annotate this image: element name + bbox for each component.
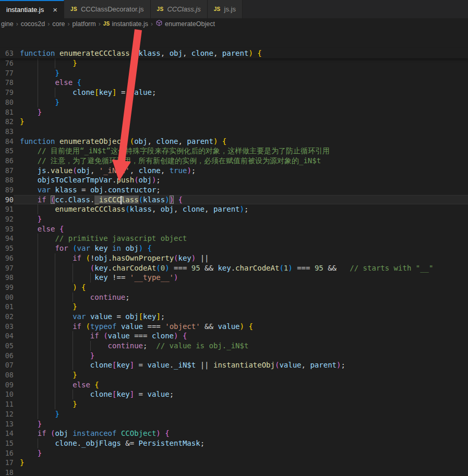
indent-guide — [38, 204, 38, 214]
sticky-scroll-line[interactable]: 63function enumerateCCClass (klass, obj,… — [0, 48, 468, 58]
code-line[interactable]: 88 objsToClearTmpVar.push(obj); — [0, 175, 468, 185]
code-line[interactable]: 05 continue; // value is obj._iN$t — [0, 341, 468, 351]
code-line[interactable]: 00 continue; — [0, 292, 468, 302]
code-line[interactable]: 14 if (obj instanceof CCObject) { — [0, 429, 468, 438]
line-number: 06 — [0, 351, 14, 361]
code-line[interactable]: 87 js.value(obj, '_iN$t', clone, true); — [0, 166, 468, 176]
tab-CCClassDecorator.js[interactable]: JSCCClassDecorator.js — [64, 0, 151, 18]
indent-guide — [38, 234, 38, 243]
tab-label: CCClass.js — [167, 5, 200, 13]
code-line[interactable]: 77 } — [0, 68, 468, 78]
code-line[interactable]: 96 if (!obj.hasOwnProperty(key) || — [0, 253, 468, 263]
breadcrumb-item-platform[interactable]: platform — [73, 20, 96, 28]
line-number: 94 — [0, 234, 14, 243]
code-line[interactable]: 92 } — [0, 214, 468, 224]
tab-instantiate.js[interactable]: instantiate.js× — [0, 0, 64, 18]
indent-guide — [55, 331, 55, 341]
tab-bar: instantiate.js×JSCCClassDecorator.jsJSCC… — [0, 0, 468, 18]
code-line[interactable]: 09 else { — [0, 380, 468, 390]
code-line[interactable]: 03 if (typeof value === 'object' && valu… — [0, 322, 468, 332]
js-file-icon: JS — [157, 6, 164, 12]
tab-label: js.js — [224, 5, 236, 13]
js-file-icon: JS — [214, 6, 221, 12]
indent-guide — [38, 263, 38, 273]
indent-guide — [90, 341, 91, 351]
code-line[interactable]: 06 } — [0, 351, 468, 361]
code-line[interactable]: 07 clone[key] = value._iN$t || instantia… — [0, 360, 468, 370]
code-line[interactable]: 16 } — [0, 448, 468, 458]
code-line[interactable]: 83 — [0, 127, 468, 137]
line-number: 17 — [0, 458, 14, 468]
line-number: 92 — [0, 214, 14, 224]
indent-guide — [90, 273, 91, 283]
indent-guide — [38, 243, 38, 253]
line-number: 82 — [0, 117, 14, 127]
code-line[interactable]: 89 var klass = obj.constructor; — [0, 185, 468, 195]
line-number: 98 — [0, 273, 14, 283]
code-line[interactable]: 99 ) { — [0, 283, 468, 292]
line-number: 99 — [0, 283, 14, 292]
code-line[interactable]: 91 enumerateCCClass(klass, obj, clone, p… — [0, 204, 468, 214]
line-number: 13 — [0, 419, 14, 429]
line-number: 18 — [0, 468, 14, 476]
code-line[interactable]: 11 } — [0, 399, 468, 409]
line-number: 63 — [0, 48, 14, 58]
code-line[interactable]: 82} — [0, 117, 468, 127]
code-line[interactable]: 15 clone._objFlags &= PersistentMask; — [0, 438, 468, 448]
breadcrumb-item-instantiate.js[interactable]: JSinstantiate.js — [103, 20, 148, 28]
indent-guide — [38, 58, 38, 68]
indent-guide — [38, 292, 38, 302]
indent-guide — [38, 331, 38, 341]
indent-guide — [55, 292, 55, 302]
code-line[interactable]: 97 (key.charCodeAt(0) === 95 && key.char… — [0, 263, 468, 273]
indent-guide — [55, 389, 55, 399]
line-number: 86 — [0, 156, 14, 166]
code-line[interactable]: 13 } — [0, 419, 468, 429]
code-line[interactable]: 93 else { — [0, 224, 468, 234]
breadcrumb-separator-icon: › — [47, 20, 50, 28]
indent-guide — [73, 273, 73, 283]
text-cursor — [121, 196, 122, 204]
indent-guide — [55, 322, 55, 332]
js-file-icon: JS — [103, 21, 110, 27]
js-file-icon: JS — [70, 6, 77, 12]
code-line[interactable]: 04 if (value === clone) { — [0, 331, 468, 341]
code-line[interactable]: 12 } — [0, 409, 468, 419]
indent-guide — [38, 273, 38, 283]
close-icon[interactable]: × — [53, 6, 57, 14]
code-line[interactable]: 17} — [0, 458, 468, 468]
tab-js.js[interactable]: JSjs.js — [208, 0, 243, 18]
code-line[interactable]: 98 key !== '__type__') — [0, 273, 468, 283]
code-line[interactable]: 80 } — [0, 97, 468, 107]
code-line[interactable]: 78 else { — [0, 78, 468, 88]
code-line[interactable]: 79 clone[key] = value; — [0, 88, 468, 97]
line-number: 78 — [0, 78, 14, 88]
code-line[interactable]: 01 } — [0, 302, 468, 312]
code-line[interactable]: 81 } — [0, 107, 468, 117]
code-line[interactable]: 76 } — [0, 58, 468, 68]
code-line[interactable]: 85 // 目前使用“_iN$t”这个特殊字段来存实例化后的对象，这样做主要是为… — [0, 146, 468, 156]
code-line[interactable]: 90 if (cc.Class._isCCClass(klass)) { — [0, 195, 468, 205]
line-number: 11 — [0, 399, 14, 409]
code-line[interactable]: 08 } — [0, 370, 468, 380]
line-number: 10 — [0, 389, 14, 399]
code-line[interactable]: 02 var value = obj[key]; — [0, 312, 468, 322]
breadcrumb-item-cocos2d[interactable]: cocos2d — [21, 20, 45, 28]
code-line[interactable]: 86 // 注意，为了避免循环引用，所有新创建的实例，必须在赋值前被设为源对象的… — [0, 156, 468, 166]
editor[interactable]: 63function enumerateCCClass (klass, obj,… — [0, 29, 468, 476]
indent-guide — [55, 58, 55, 68]
code-line[interactable]: 84function enumerateObject (obj, clone, … — [0, 137, 468, 147]
breadcrumb-item-enumerateObject[interactable]: enumerateObject — [155, 19, 215, 28]
code-line[interactable]: 95 for (var key in obj) { — [0, 243, 468, 253]
line-number: 88 — [0, 175, 14, 185]
indent-guide — [73, 360, 73, 370]
breadcrumb-item-core[interactable]: core — [52, 20, 65, 28]
code-line[interactable]: 10 clone[key] = value; — [0, 389, 468, 399]
breadcrumb: gine›cocos2d›core›platform›JSinstantiate… — [0, 18, 468, 29]
breadcrumb-item-gine[interactable]: gine — [1, 20, 14, 28]
indent-guide — [55, 263, 55, 273]
code-line[interactable]: 18 — [0, 468, 468, 476]
code-line[interactable]: 94 // primitive javascript object — [0, 234, 468, 243]
indent-guide — [55, 370, 55, 380]
tab-CCClass.js[interactable]: JSCCClass.js — [151, 0, 208, 18]
